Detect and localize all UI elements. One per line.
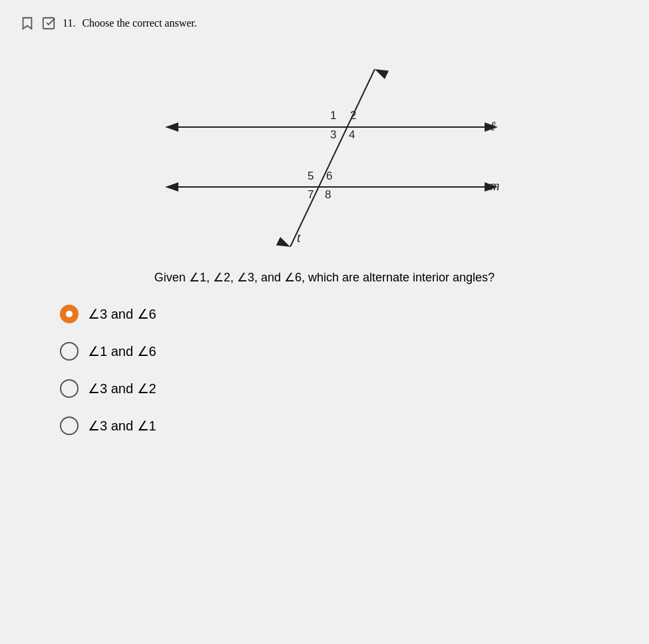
angle-label-2: 2 xyxy=(350,109,356,122)
option-d[interactable]: ∠3 and ∠1 xyxy=(60,416,589,435)
angle-label-7: 7 xyxy=(308,188,314,201)
angle-label-3: 3 xyxy=(330,128,336,141)
svg-line-7 xyxy=(290,69,375,247)
option-b[interactable]: ∠1 and ∠6 xyxy=(60,342,589,361)
question-number: 11. xyxy=(63,17,75,29)
angle-label-4: 4 xyxy=(349,128,355,141)
radio-inner-a xyxy=(66,311,73,317)
option-a[interactable]: ∠3 and ∠6 xyxy=(60,305,589,323)
label-m: m xyxy=(490,178,499,193)
option-c[interactable]: ∠3 and ∠2 xyxy=(60,379,589,398)
angle-label-6: 6 xyxy=(326,170,332,182)
svg-rect-0 xyxy=(43,18,55,29)
geometry-diagram: 1 2 3 4 5 6 7 8 ℓ m t xyxy=(125,51,525,257)
question-text: Given ∠1, ∠2, ∠3, and ∠6, which are alte… xyxy=(20,270,629,285)
option-c-label: ∠3 and ∠2 xyxy=(88,381,156,397)
label-l: ℓ xyxy=(490,118,496,133)
flag-icon[interactable] xyxy=(41,16,56,31)
radio-d[interactable] xyxy=(60,416,79,435)
options-container: ∠3 and ∠6 ∠1 and ∠6 ∠3 and ∠2 ∠3 and ∠1 xyxy=(20,305,629,435)
radio-c[interactable] xyxy=(60,379,79,398)
question-instruction: Choose the correct answer. xyxy=(82,17,196,29)
radio-a[interactable] xyxy=(60,305,79,323)
label-t: t xyxy=(297,230,301,245)
angle-label-1: 1 xyxy=(330,109,336,122)
angle-label-5: 5 xyxy=(308,170,314,182)
option-d-label: ∠3 and ∠1 xyxy=(88,418,156,434)
radio-b[interactable] xyxy=(60,342,79,361)
bookmark-icon[interactable] xyxy=(20,16,35,31)
option-b-label: ∠1 and ∠6 xyxy=(88,343,156,359)
option-a-label: ∠3 and ∠6 xyxy=(88,306,156,322)
question-header: 11. Choose the correct answer. xyxy=(20,16,629,31)
angle-label-8: 8 xyxy=(325,188,331,201)
